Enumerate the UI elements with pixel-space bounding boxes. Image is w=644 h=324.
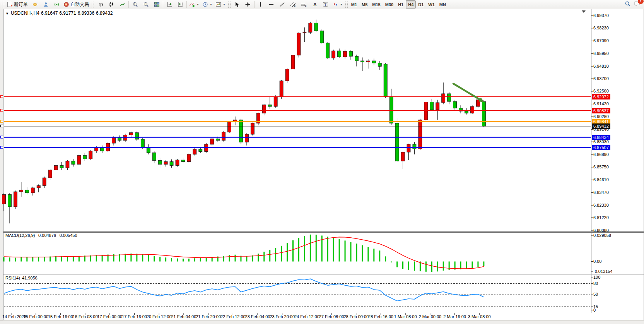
trendline-button[interactable] bbox=[277, 0, 288, 9]
macd-panel-title: MACD(12,26,9)-0.004876-0.005450 bbox=[5, 233, 79, 238]
user-profile-icon bbox=[43, 2, 49, 7]
vertical-line-button[interactable] bbox=[255, 0, 266, 9]
horizontal-line-button[interactable] bbox=[266, 0, 277, 9]
timeframe-button-M30[interactable]: M30 bbox=[383, 0, 396, 9]
status-bar bbox=[0, 320, 644, 324]
tile-windows-button[interactable] bbox=[151, 0, 162, 9]
low-value: 6.89336 bbox=[78, 10, 94, 16]
timeframe-button-M15[interactable]: M15 bbox=[370, 0, 383, 9]
autotrading-button[interactable]: 自动交易 bbox=[62, 0, 91, 9]
macd-axis-label: 0.029058 bbox=[593, 233, 611, 238]
time-axis-label: 28 Feb 16:00 bbox=[368, 314, 393, 319]
text-button[interactable]: A bbox=[309, 0, 320, 9]
rsi-label: RSI(14) bbox=[5, 276, 20, 280]
price-axis-label: 6.95950 bbox=[593, 51, 609, 56]
crosshair-button[interactable] bbox=[243, 0, 253, 9]
timeframe-button-H1[interactable]: H1 bbox=[396, 0, 406, 9]
search-icon[interactable] bbox=[625, 1, 631, 9]
toolbar-grip bbox=[92, 2, 94, 8]
application-window: 新订单 自动交易 bbox=[0, 0, 644, 324]
autotrading-label: 自动交易 bbox=[70, 1, 89, 8]
price-level-tag[interactable]: 6.88434 bbox=[592, 135, 610, 140]
timeframe-button-H4[interactable]: H4 bbox=[406, 0, 416, 9]
gold-ingot-icon bbox=[32, 2, 38, 7]
bar-chart-button[interactable] bbox=[95, 0, 106, 9]
time-axis-label: 24 Feb 12:00 bbox=[294, 314, 319, 319]
new-order-button[interactable]: 新订单 bbox=[5, 0, 29, 9]
time-axis-label: 21 Feb 20:00 bbox=[196, 314, 221, 319]
price-axis-label: 6.82330 bbox=[593, 203, 609, 207]
time-axis-label: 15 Feb 00:00 bbox=[23, 314, 48, 319]
toolbar-grip bbox=[2, 2, 4, 8]
equidistant-channel-button[interactable]: E bbox=[288, 0, 299, 9]
autoscroll-button[interactable] bbox=[164, 0, 175, 9]
candlestick-chart-icon bbox=[109, 2, 114, 7]
new-order-icon bbox=[7, 2, 13, 7]
price-axis-label: 6.91420 bbox=[593, 101, 609, 106]
text-label-button[interactable]: T bbox=[320, 0, 331, 9]
main-toolbar: 新订单 自动交易 bbox=[0, 0, 644, 9]
autoscroll-icon bbox=[167, 2, 173, 7]
symbol-ohlc-row[interactable]: ▼USDCNH-,H46.916476.917716.893366.89432 bbox=[5, 10, 114, 16]
rsi-axis-label: 50 bbox=[593, 292, 598, 297]
line-chart-icon bbox=[120, 2, 125, 7]
time-axis-label: 2 Mar 00:00 bbox=[419, 314, 442, 319]
gold-ingot-button[interactable] bbox=[29, 0, 40, 9]
time-axis-label: 16 Feb 08:00 bbox=[73, 314, 98, 319]
signals-button[interactable] bbox=[51, 0, 62, 9]
time-axis-label: 14 Feb 2023 bbox=[2, 314, 26, 319]
fibonacci-button[interactable]: F bbox=[299, 0, 309, 9]
chart-shift-button[interactable] bbox=[175, 0, 186, 9]
templates-button[interactable]: ▼ bbox=[214, 0, 227, 9]
profile-button[interactable] bbox=[40, 0, 51, 9]
indicators-icon bbox=[189, 2, 195, 7]
price-level-tag[interactable]: 6.89432 bbox=[592, 123, 610, 129]
timeframe-button-D1[interactable]: D1 bbox=[416, 0, 426, 9]
new-order-label: 新订单 bbox=[14, 1, 28, 8]
arrows-tool-button[interactable]: ▼ bbox=[331, 0, 344, 9]
price-axis-label: 6.83470 bbox=[593, 190, 609, 195]
periods-button[interactable]: ▼ bbox=[201, 0, 214, 9]
timeframe-button-W1[interactable]: W1 bbox=[426, 0, 437, 9]
equidistant-channel-icon: E bbox=[290, 2, 296, 7]
trendline-icon bbox=[279, 2, 285, 7]
price-axis-label: 6.97090 bbox=[593, 38, 609, 43]
price-level-tag[interactable]: 6.87507 bbox=[592, 145, 610, 150]
toolbar-separator bbox=[163, 1, 163, 8]
price-level-tag[interactable]: 6.90837 bbox=[592, 108, 610, 113]
zoom-out-button[interactable] bbox=[140, 0, 151, 9]
vertical-line-icon bbox=[258, 2, 263, 7]
horizontal-line-icon bbox=[268, 2, 274, 7]
clock-icon bbox=[202, 2, 208, 7]
time-axis-label: 23 Feb 04:00 bbox=[245, 314, 270, 319]
indicators-button[interactable]: ▼ bbox=[188, 0, 201, 9]
line-chart-button[interactable] bbox=[117, 0, 128, 9]
price-axis-label: 6.99370 bbox=[593, 13, 609, 18]
macd-signal-value: -0.005450 bbox=[58, 233, 77, 238]
fibonacci-icon: F bbox=[301, 2, 307, 7]
dropdown-caret-icon: ▼ bbox=[196, 3, 199, 6]
timeframe-button-M1[interactable]: M1 bbox=[349, 0, 359, 9]
price-axis-label: 6.80080 bbox=[593, 228, 609, 233]
chevron-down-icon[interactable]: ▼ bbox=[5, 12, 9, 15]
macd-axis-label: 0.00 bbox=[593, 259, 601, 264]
tile-windows-icon bbox=[154, 2, 160, 7]
rsi-axis-label: 0 bbox=[593, 308, 596, 312]
candlestick-chart-button[interactable] bbox=[106, 0, 117, 9]
svg-text:E: E bbox=[294, 5, 296, 7]
time-axis-label: 17 Feb 16:00 bbox=[122, 314, 147, 319]
toolbar-grip bbox=[345, 2, 348, 8]
timeframe-button-MN[interactable]: MN bbox=[437, 0, 448, 9]
rsi-axis-label: 80 bbox=[593, 281, 598, 286]
cursor-button[interactable] bbox=[232, 0, 243, 9]
price-axis-label: 6.86890 bbox=[593, 152, 609, 157]
notifications-button[interactable]: 1 bbox=[634, 1, 641, 9]
time-axis-label: 2 Mar 16:00 bbox=[443, 314, 466, 319]
price-axis-label: 6.92560 bbox=[593, 89, 609, 93]
time-axis-label: 15 Feb 16:00 bbox=[48, 314, 73, 319]
zoom-in-button[interactable] bbox=[130, 0, 140, 9]
price-level-tag[interactable]: 6.92072 bbox=[592, 94, 610, 99]
dropdown-caret-icon: ▼ bbox=[210, 3, 212, 6]
dropdown-caret-icon: ▼ bbox=[223, 3, 225, 6]
timeframe-button-M5[interactable]: M5 bbox=[359, 0, 370, 9]
